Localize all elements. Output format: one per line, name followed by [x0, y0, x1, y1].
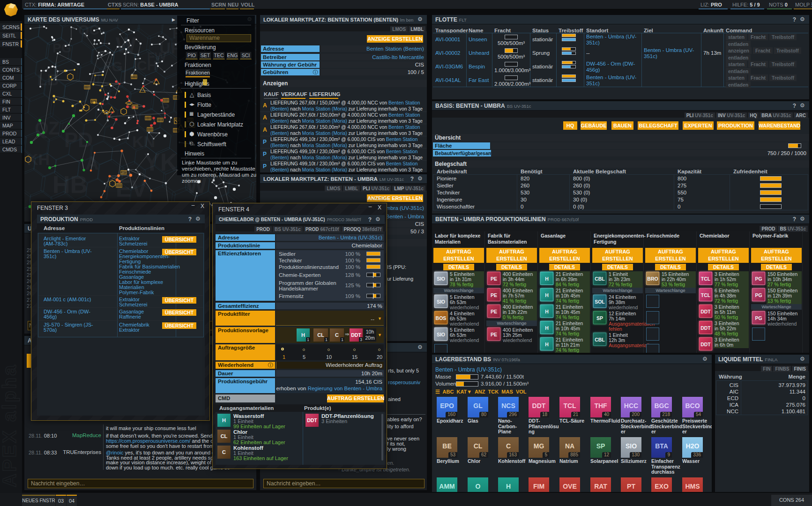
- svg-text:QC: QC: [78, 24, 99, 37]
- svg-text:KH: KH: [27, 150, 50, 168]
- svg-text:PD: PD: [64, 128, 93, 151]
- svg-text:YK: YK: [144, 149, 178, 176]
- svg-text:KN: KN: [132, 133, 155, 150]
- svg-text:PG: PG: [52, 41, 71, 55]
- svg-text:FG: FG: [103, 59, 123, 74]
- svg-text:EV: EV: [116, 176, 147, 202]
- svg-text:HB: HB: [52, 171, 88, 198]
- svg-text:CH: CH: [137, 58, 157, 73]
- svg-text:A: A: [85, 153, 99, 173]
